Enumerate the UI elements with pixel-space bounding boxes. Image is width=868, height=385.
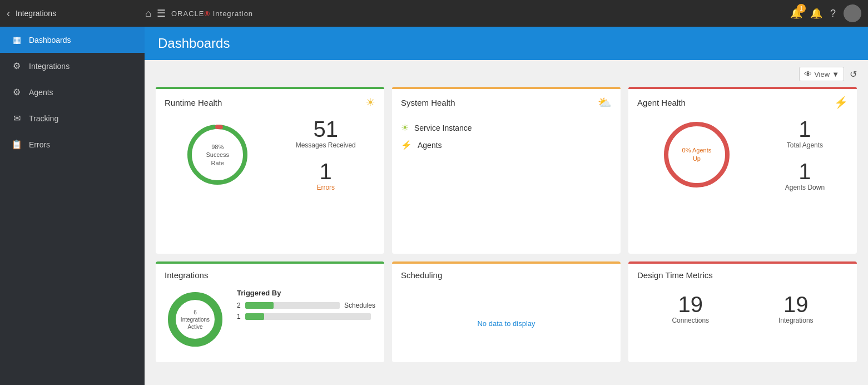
connections-value: 19 [672, 293, 709, 315]
notifications-button[interactable]: 🔔 1 [790, 7, 802, 19]
nav-middle: ☰ ORACLE® Integration [151, 7, 790, 19]
connections-label: Connections [672, 317, 709, 324]
errors-value: 1 [316, 160, 335, 182]
page-header: Dashboards [145, 27, 868, 60]
agent-gauge-label: 0% Agents Up [682, 146, 712, 164]
integrations-card-title: Integrations [165, 270, 208, 280]
hamburger-icon[interactable]: ☰ [157, 7, 166, 19]
agents-health-icon: ⚡ [401, 140, 412, 150]
bell-icon[interactable]: 🔔 [810, 7, 822, 19]
back-arrow-icon[interactable]: ‹ [7, 8, 10, 19]
system-health-header: System Health ⛅ [392, 89, 621, 113]
errors-label: Errors [316, 184, 335, 191]
scheduling-card-title: Scheduling [401, 270, 442, 280]
sidebar-item-agents[interactable]: ⚙ Agents [0, 79, 145, 105]
trigger-bar-2 [245, 313, 371, 320]
dashboard-content: 👁 View ▼ ↺ Runtime Health ☀ [145, 60, 868, 385]
integrations-card-header: Integrations [156, 264, 384, 284]
service-instance-item[interactable]: ☀ Service Instance [401, 122, 612, 133]
trigger-bar-schedules [245, 302, 340, 309]
content-area: Dashboards 👁 View ▼ ↺ Runtime Health ☀ [145, 27, 868, 385]
runtime-health-body: 98% Success Rate 51 Messages Received 1 [156, 113, 384, 200]
design-integrations-stat: 19 Integrations [778, 293, 814, 324]
home-icon[interactable]: ⌂ [145, 8, 151, 19]
chevron-down-icon: ▼ [832, 70, 839, 78]
design-time-card: Design Time Metrics 19 Connections 19 In… [628, 261, 857, 362]
notification-badge: 1 [797, 4, 806, 13]
sidebar-item-dashboards[interactable]: ▦ Dashboards [0, 27, 145, 53]
trigger-label-schedules: Schedules [344, 302, 375, 309]
agent-health-body: 0% Agents Up 1 Total Agents 1 [628, 113, 857, 200]
integrations-icon: ⚙ [11, 61, 22, 71]
refresh-button[interactable]: ↺ [850, 69, 857, 80]
nav-integrations-label[interactable]: Integrations [16, 9, 56, 18]
eye-icon: 👁 [804, 70, 812, 78]
design-time-title: Design Time Metrics [637, 270, 713, 280]
integrations-donut-label: 6 Integrations Active [180, 309, 211, 330]
agent-health-card: Agent Health ⚡ 0% Agents Up [628, 87, 857, 254]
connections-stat: 19 Connections [672, 293, 709, 324]
tracking-icon: ✉ [11, 113, 22, 124]
sun-icon: ☀ [365, 96, 375, 109]
design-integrations-label: Integrations [778, 317, 814, 324]
sidebar-item-errors[interactable]: 📋 Errors [0, 131, 145, 157]
runtime-health-card: Runtime Health ☀ [156, 87, 384, 254]
lightning-icon: ⚡ [834, 96, 848, 109]
triggered-by-section: Triggered By 2 Schedules 1 [237, 289, 375, 324]
sidebar-label-agents: Agents [29, 88, 53, 97]
trigger-count-2: 1 [237, 313, 241, 320]
page-title: Dashboards [158, 36, 230, 51]
integrations-body: 6 Integrations Active Triggered By 2 [156, 284, 384, 359]
trigger-count-schedules: 2 [237, 302, 241, 309]
design-time-header: Design Time Metrics [628, 264, 857, 284]
runtime-health-header: Runtime Health ☀ [156, 89, 384, 113]
sidebar-label-errors: Errors [29, 140, 50, 149]
system-health-card: System Health ⛅ ☀ Service Instance ⚡ Age… [392, 87, 621, 254]
system-health-title: System Health [401, 98, 455, 107]
agents-icon: ⚙ [11, 87, 22, 97]
agent-stats: 1 Total Agents 1 Agents Down [785, 118, 825, 191]
runtime-gauge-container: 98% Success Rate [184, 121, 251, 188]
service-instance-icon: ☀ [401, 122, 409, 133]
runtime-gauge: 98% Success Rate [184, 121, 251, 188]
system-health-body: ☀ Service Instance ⚡ Agents [392, 113, 621, 166]
sidebar: ▦ Dashboards ⚙ Integrations ⚙ Agents ✉ T… [0, 27, 145, 385]
integrations-donut: 6 Integrations Active [165, 289, 226, 350]
agents-health-item[interactable]: ⚡ Agents [401, 140, 612, 150]
help-icon[interactable]: ? [830, 8, 836, 19]
scheduling-card: Scheduling No data to display [392, 261, 621, 362]
view-label: View [814, 70, 830, 78]
nav-right: 🔔 1 🔔 ? [790, 4, 861, 22]
messages-received-value: 51 [296, 118, 356, 140]
trigger-bar-fill-2 [245, 313, 264, 320]
design-time-body: 19 Connections 19 Integrations [628, 284, 857, 333]
cloud-sun-icon: ⛅ [598, 96, 612, 109]
view-button[interactable]: 👁 View ▼ [799, 67, 844, 81]
no-data-label: No data to display [477, 319, 535, 328]
agent-health-title: Agent Health [637, 98, 686, 107]
design-integrations-value: 19 [778, 293, 814, 315]
total-agents-label: Total Agents [787, 141, 823, 149]
integrations-card: Integrations 6 Integrations Active [156, 261, 384, 362]
messages-received-label: Messages Received [296, 141, 356, 149]
oracle-logo: ORACLE® Integration [171, 9, 253, 18]
service-instance-label: Service Instance [414, 124, 472, 132]
main-layout: ▦ Dashboards ⚙ Integrations ⚙ Agents ✉ T… [0, 27, 868, 385]
sidebar-label-integrations: Integrations [29, 62, 70, 71]
triggered-by-title: Triggered By [237, 289, 375, 297]
agents-down-label: Agents Down [785, 184, 825, 191]
sidebar-item-integrations[interactable]: ⚙ Integrations [0, 53, 145, 79]
trigger-row-schedules: 2 Schedules [237, 302, 375, 309]
runtime-health-title: Runtime Health [165, 98, 222, 107]
avatar[interactable] [844, 4, 861, 22]
top-cards-row: Runtime Health ☀ [156, 87, 857, 254]
errors-icon: 📋 [11, 139, 22, 150]
sidebar-item-tracking[interactable]: ✉ Tracking [0, 105, 145, 131]
toolbar: 👁 View ▼ ↺ [156, 67, 857, 81]
nav-left: ‹ Integrations ⌂ [7, 8, 151, 19]
sidebar-label-dashboards: Dashboards [29, 36, 71, 45]
sidebar-label-tracking: Tracking [29, 114, 58, 123]
runtime-stats: 51 Messages Received 1 Errors [296, 118, 356, 191]
agents-down-value: 1 [785, 160, 825, 182]
total-agents-stat: 1 Total Agents [787, 118, 823, 149]
